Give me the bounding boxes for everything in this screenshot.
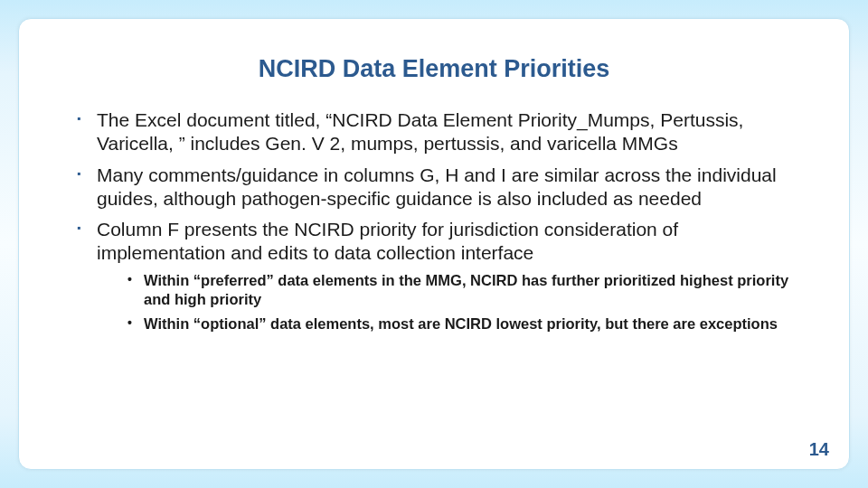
list-item: Column F presents the NCIRD priority for…	[77, 218, 807, 334]
slide-canvas: NCIRD Data Element Priorities The Excel …	[0, 0, 868, 488]
list-item: Within “optional” data elements, most ar…	[127, 314, 807, 333]
bullet-text: Many comments/guidance in columns G, H a…	[97, 164, 777, 209]
sub-bullet-list: Within “preferred” data elements in the …	[97, 266, 807, 334]
list-item: Within “preferred” data elements in the …	[127, 271, 807, 310]
bullet-text: Column F presents the NCIRD priority for…	[97, 219, 678, 263]
page-number: 14	[809, 439, 829, 460]
slide-card: NCIRD Data Element Priorities The Excel …	[18, 18, 850, 470]
sub-bullet-text: Within “preferred” data elements in the …	[144, 272, 788, 307]
bullet-list: The Excel document titled, “NCIRD Data E…	[52, 108, 816, 334]
list-item: Many comments/guidance in columns G, H a…	[77, 164, 807, 211]
bullet-text: The Excel document titled, “NCIRD Data E…	[97, 109, 743, 154]
sub-bullet-text: Within “optional” data elements, most ar…	[144, 315, 778, 332]
list-item: The Excel document titled, “NCIRD Data E…	[77, 108, 807, 156]
slide-title: NCIRD Data Element Priorities	[52, 55, 816, 83]
